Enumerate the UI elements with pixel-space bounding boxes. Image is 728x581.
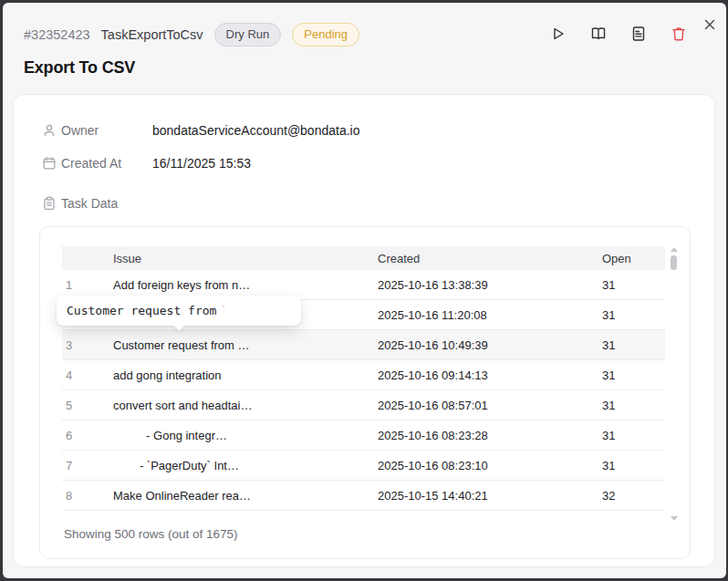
issue-cell: add gong integration xyxy=(106,368,378,382)
task-data-table: Issue Created Open 1 Add foreign keys fr… xyxy=(39,226,691,559)
task-detail-modal: #32352423 TaskExportToCsv Dry Run Pendin… xyxy=(3,3,726,578)
open-cell: 31 xyxy=(602,368,665,382)
tooltip-text: Customer request from xyxy=(67,304,216,317)
issue-cell: - `PagerDuty` Int… xyxy=(106,459,378,472)
clipboard-icon xyxy=(42,196,57,211)
created-cell: 2025-10-16 10:49:39 xyxy=(378,338,602,352)
task-detail-card: Owner bondataServiceAccount@bondata.io C… xyxy=(13,94,715,567)
owner-value: bondataServiceAccount@bondata.io xyxy=(152,123,359,138)
row-number: 5 xyxy=(62,399,106,412)
issue-cell: Make OnlineReader rea… xyxy=(106,489,378,503)
play-icon xyxy=(550,26,567,42)
modal-header: #32352423 TaskExportToCsv Dry Run Pendin… xyxy=(24,23,359,47)
task-name: TaskExportToCsv xyxy=(101,27,203,42)
open-column-header: Open xyxy=(602,252,665,265)
status-badge: Pending xyxy=(292,23,359,47)
created-cell: 2025-10-16 08:23:28 xyxy=(378,429,602,442)
person-icon xyxy=(42,123,57,138)
table-row[interactable]: 6 - Gong integr… 2025-10-16 08:23:28 31 xyxy=(62,420,665,451)
created-cell: 2025-10-16 13:38:39 xyxy=(378,278,602,292)
table-scrollbar[interactable] xyxy=(670,247,678,521)
row-number: 4 xyxy=(62,368,106,382)
created-cell: 2025-10-15 14:40:21 xyxy=(378,489,602,503)
row-number: 6 xyxy=(62,429,106,442)
delete-task-button[interactable] xyxy=(671,26,687,42)
task-data-label: Task Data xyxy=(61,196,152,211)
row-number: 8 xyxy=(62,489,106,503)
created-cell: 2025-10-16 08:23:10 xyxy=(378,459,602,472)
created-cell: 2025-10-16 11:20:08 xyxy=(378,308,602,322)
close-button[interactable] xyxy=(702,17,718,34)
dry-run-badge: Dry Run xyxy=(214,23,282,47)
row-number: 1 xyxy=(62,278,106,292)
trash-icon xyxy=(671,26,687,42)
open-cell: 31 xyxy=(602,308,665,322)
table-row[interactable]: 7 - `PagerDuty` Int… 2025-10-16 08:23:10… xyxy=(62,451,665,481)
calendar-icon xyxy=(42,156,57,171)
table-header-row: Issue Created Open xyxy=(62,246,665,270)
open-cell: 32 xyxy=(602,489,665,503)
issue-cell: convert sort and headtai… xyxy=(106,399,378,412)
task-id: #32352423 xyxy=(24,27,90,42)
issue-cell: Add foreign keys from n… xyxy=(106,278,378,292)
issue-column-header: Issue xyxy=(106,252,378,265)
owner-row: Owner bondataServiceAccount@bondata.io xyxy=(42,114,714,147)
report-button[interactable] xyxy=(630,26,647,42)
page-title: Export To CSV xyxy=(24,58,135,78)
row-number: 7 xyxy=(62,459,106,472)
table-row-hovered[interactable]: 3 Customer request from … 2025-10-16 10:… xyxy=(62,330,665,360)
table-row[interactable]: 5 convert sort and headtai… 2025-10-16 0… xyxy=(62,390,665,420)
created-column-header: Created xyxy=(378,252,602,265)
tooltip-suffix: ` xyxy=(220,304,227,317)
header-actions xyxy=(550,26,687,42)
open-cell: 31 xyxy=(602,399,665,412)
file-text-icon xyxy=(630,26,647,42)
issue-cell: Customer request from … xyxy=(106,338,378,352)
created-at-value: 16/11/2025 15:53 xyxy=(152,156,251,171)
open-cell: 31 xyxy=(602,429,665,442)
created-cell: 2025-10-16 09:14:13 xyxy=(378,368,602,382)
table-row[interactable]: 8 Make OnlineReader rea… 2025-10-15 14:4… xyxy=(62,481,665,511)
owner-label: Owner xyxy=(61,123,152,138)
scroll-up-icon[interactable] xyxy=(671,247,678,252)
created-cell: 2025-10-16 08:57:01 xyxy=(378,399,602,412)
row-number: 3 xyxy=(62,338,106,352)
row-count-status: Showing 500 rows (out of 1675) xyxy=(64,527,238,541)
open-cell: 31 xyxy=(602,278,665,292)
created-at-label: Created At xyxy=(61,156,152,171)
open-cell: 31 xyxy=(602,338,665,352)
task-data-row: Task Data xyxy=(42,187,714,220)
close-icon xyxy=(702,21,717,35)
scrollbar-thumb[interactable] xyxy=(671,255,677,270)
created-at-row: Created At 16/11/2025 15:53 xyxy=(42,147,714,180)
open-cell: 31 xyxy=(602,459,665,472)
issue-tooltip: Customer request from ` xyxy=(57,296,301,326)
run-task-button[interactable] xyxy=(550,26,567,42)
table-row[interactable]: 4 add gong integration 2025-10-16 09:14:… xyxy=(62,360,665,390)
book-icon xyxy=(590,26,607,42)
issue-cell: - Gong integr… xyxy=(106,429,378,442)
docs-button[interactable] xyxy=(590,26,607,42)
scroll-down-icon[interactable] xyxy=(671,516,678,521)
